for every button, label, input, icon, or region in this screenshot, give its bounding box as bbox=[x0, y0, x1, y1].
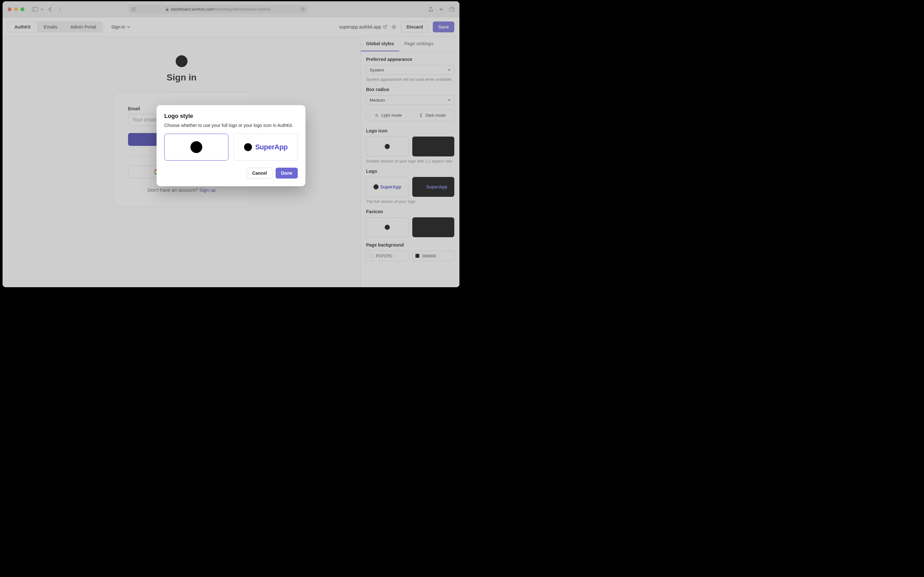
brand-logo-icon bbox=[244, 143, 252, 152]
brand-logo-icon bbox=[190, 140, 203, 154]
logo-option-icon[interactable] bbox=[164, 134, 228, 161]
modal-title: Logo style bbox=[164, 113, 298, 119]
modal-overlay[interactable]: Logo style Choose whether to use your fu… bbox=[3, 1, 459, 287]
done-button[interactable]: Done bbox=[276, 168, 298, 179]
brand-wordmark: SuperApp bbox=[255, 143, 288, 151]
logo-option-full[interactable]: SuperApp bbox=[234, 134, 298, 161]
cancel-button[interactable]: Cancel bbox=[247, 168, 272, 179]
modal-description: Choose whether to use your full logo or … bbox=[164, 123, 298, 128]
logo-style-modal: Logo style Choose whether to use your fu… bbox=[157, 105, 305, 186]
